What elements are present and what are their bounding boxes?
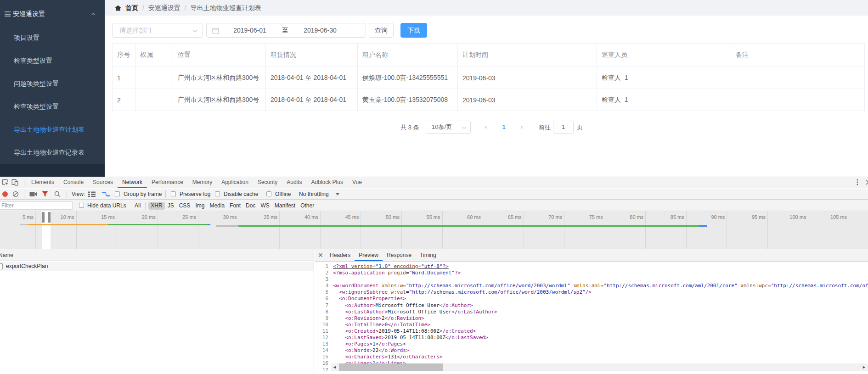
next-page-button[interactable]: › [515,123,529,130]
current-page-button[interactable]: 1 [497,123,511,130]
code-token: "http://schemas.microsoft.com/office/wor… [409,289,586,295]
code-token: </o:TotalTime [388,322,427,328]
type-filter-media[interactable]: Media [207,202,227,210]
detail-tab-timing[interactable]: Timing [416,249,440,261]
devtools-tab-vue[interactable]: Vue [348,177,366,188]
type-filter-css[interactable]: CSS [177,202,193,210]
device-toolbar-icon[interactable] [11,179,18,186]
detail-tab-headers[interactable]: Headers [326,249,355,261]
devtools-tab-network[interactable]: Network [118,177,147,188]
timeline-gridline [808,211,808,250]
table-cell [731,89,865,111]
detail-tab-response[interactable]: Response [383,249,416,261]
devtools-tab-performance[interactable]: Performance [147,177,188,188]
code-token: "utf-8" [421,263,442,269]
search-button[interactable]: 查询 [369,23,394,38]
sidebar-item[interactable]: 导出土地物业巡查记录表 [14,148,101,157]
separator [848,179,848,186]
code-token: = [406,289,409,295]
sidebar-item[interactable]: 检查类型设置 [14,56,101,65]
type-filter-js[interactable]: JS [165,202,176,210]
breadcrumb-item[interactable]: 导出土地物业巡查计划表 [191,4,261,11]
download-button[interactable]: 下载 [400,23,427,38]
network-overview-timeline[interactable]: 5 ms10 ms15 ms20 ms25 ms30 ms35 ms40 ms4… [0,211,868,250]
pagination-total: 共 3 条 [400,123,419,132]
scroll-left-button[interactable]: ◄ [331,363,338,371]
devtools-menu-icon[interactable] [854,178,861,186]
sidebar-item[interactable]: 问题项类型设置 [14,79,101,88]
filter-icon[interactable] [42,191,48,197]
gutter-divider [328,360,330,367]
timeline-tick-label: 50 ms [372,214,400,220]
timeline-gridline [645,211,646,250]
type-filter-all[interactable]: All [132,202,143,210]
goto-page-input[interactable]: 1 [553,121,574,134]
type-filter-other[interactable]: Other [298,202,316,210]
sidebar-item[interactable]: 检查项类型设置 [14,102,101,111]
overview-selection-window[interactable] [42,211,51,250]
devtools-tab-memory[interactable]: Memory [188,177,217,188]
close-detail-icon[interactable]: ✕ [318,251,323,259]
use-large-rows-icon[interactable] [88,191,96,197]
throttling-select[interactable]: No throttling [299,189,329,200]
sidebar-menu-header[interactable]: 安巡通设置 [0,0,105,26]
request-row[interactable]: exportCheckPlan [0,262,314,271]
timeline-tick-label: 55 ms [413,214,440,220]
menu-icon-bar [5,14,11,15]
devtools-tab-application[interactable]: Application [217,177,253,188]
code-line: 15 <o:Characters>131</o:Characters> [315,354,868,360]
timeline-tick-label: 10 ms [47,214,74,220]
gutter-divider [328,263,330,270]
timeline-gridline [76,211,77,250]
preserve-log-checkbox[interactable] [171,191,176,196]
overview-left-handle[interactable] [42,212,45,223]
search-icon[interactable] [54,191,61,197]
hide-data-urls-checkbox[interactable] [79,203,84,208]
capture-screenshots-icon[interactable] [29,191,37,197]
type-filter-img[interactable]: Img [193,202,207,210]
end-date-input[interactable]: 2019-06-30 [293,23,348,37]
code-token: = [406,270,409,276]
type-filter-manifest[interactable]: Manifest [272,202,298,210]
devtools-tab-console[interactable]: Console [59,177,88,188]
type-filter-ws[interactable]: WS [258,202,271,210]
page-size-select[interactable]: 10条/页 [426,121,471,134]
throttling-caret-icon [336,193,339,195]
horizontal-scrollbar[interactable]: ◄ ► [331,363,868,371]
show-overview-icon[interactable] [102,192,110,196]
devtools-tab-audits[interactable]: Audits [282,177,306,188]
devtools-tab-security[interactable]: Security [253,177,282,188]
table-row[interactable]: 2广州市天河区林和西路300号2018-04-01 至 2018-04-01黄玉… [113,89,865,111]
group-by-frame-checkbox[interactable] [115,191,120,196]
disable-cache-checkbox[interactable] [215,191,220,196]
sidebar-item[interactable]: 导出土地物业巡查计划表 [14,125,101,134]
devtools-close-icon[interactable] [865,179,868,185]
filter-input[interactable]: Filter [0,201,73,210]
type-filter-font[interactable]: Font [227,202,243,210]
department-select[interactable]: 请选择部门 [112,23,203,38]
record-network-log-icon[interactable] [2,191,8,197]
scrollbar-thumb[interactable] [339,363,443,371]
detail-tab-preview[interactable]: Preview [355,249,383,261]
inspect-element-icon[interactable] [2,179,9,186]
breadcrumb-item[interactable]: 安巡通设置 [148,4,180,11]
overview-right-handle[interactable] [48,212,51,223]
type-filter-xhr[interactable]: XHR [148,202,164,210]
gutter-divider [328,322,330,328]
date-range-picker[interactable]: 2019-06-01 至 2019-06-30 [206,23,366,38]
clear-network-log-icon[interactable] [12,191,19,197]
devtools-tab-adblock-plus[interactable]: Adblock Plus [307,177,348,188]
type-filter-doc[interactable]: Doc [243,202,258,210]
requests-name-column-header[interactable]: Name [0,249,314,261]
offline-checkbox[interactable] [266,191,271,196]
previous-page-button[interactable]: ‹ [479,123,493,130]
breadcrumb-item[interactable]: 首页 [125,4,138,11]
devtools-tab-sources[interactable]: Sources [88,177,118,188]
offline-label: Offline [275,189,291,200]
sidebar-item[interactable]: 项目设置 [14,33,101,42]
devtools-tab-elements[interactable]: Elements [27,177,59,188]
code-token [388,289,391,295]
scroll-right-button[interactable]: ► [860,363,868,371]
start-date-input[interactable]: 2019-06-01 [222,23,277,37]
table-row[interactable]: 1广州市天河区林和西路300号2018-04-01 至 2018-04-01侯焕… [113,67,865,89]
